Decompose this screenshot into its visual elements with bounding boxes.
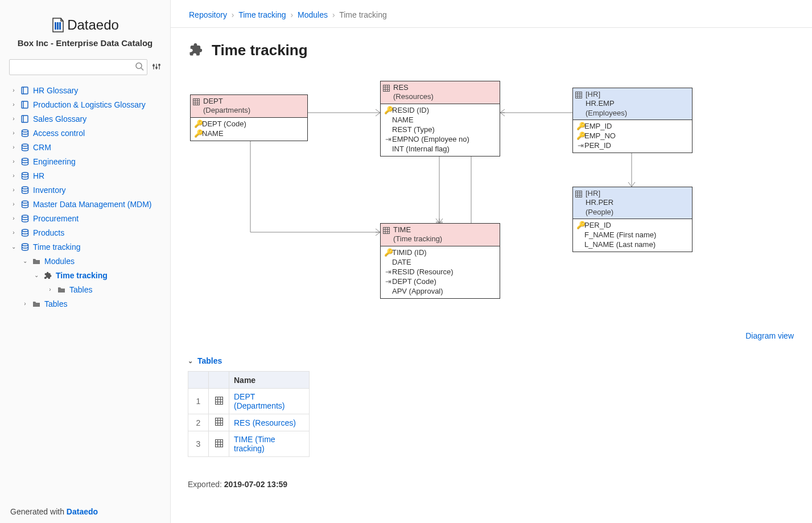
book-icon [20,100,30,109]
table-icon [209,431,229,457]
svg-rect-68 [215,439,222,447]
sidebar-item[interactable]: ›Access control [2,126,168,140]
sidebar-item[interactable]: ›Sales Glossary [2,112,168,126]
sidebar-item[interactable]: ›HR Glossary [2,83,168,97]
entity-column: 🔑NAME [194,129,304,138]
svg-point-19 [22,158,28,160]
brand-logo[interactable]: Dataedo [51,17,119,33]
svg-point-24 [22,229,28,232]
crumb-current: Time tracking [339,10,387,19]
tables-heading: Tables [197,356,222,365]
entity-hr-per[interactable]: [HR] HR.PER (People) 🔑PER_IDF_NAME (Firs… [572,187,693,252]
table-row[interactable]: 1DEPT (Departments) [188,389,310,414]
expand-icon[interactable]: › [22,300,28,307]
folder-icon [32,299,41,308]
page-title-row: Time tracking [188,42,795,59]
entity-res[interactable]: RES (Resources) 🔑RESID (ID)NAMEREST (Typ… [380,81,500,157]
sidebar-item[interactable]: ›Procurement [2,211,168,225]
table-icon [209,414,229,431]
sidebar-item-label: Procurement [33,214,79,223]
sidebar-item-modules[interactable]: ⌄Modules [2,254,168,268]
table-icon [193,98,200,105]
entity-column: ⇥RESID (Resource) [384,267,496,277]
sidebar-item-label: HR [33,171,44,180]
diagram-view-link[interactable]: Diagram view [745,331,794,340]
table-row[interactable]: 3TIME (Time tracking) [188,431,310,457]
entity-time[interactable]: TIME (Time tracking) 🔑TIMID (ID)DATE⇥RES… [380,223,500,299]
expand-icon[interactable]: › [10,116,17,122]
expand-icon[interactable]: › [10,144,17,150]
svg-rect-13 [22,101,28,108]
uk-key-icon: 🔑 [576,131,584,141]
svg-rect-58 [215,397,222,404]
expand-icon[interactable]: ⌄ [22,258,28,264]
expand-icon[interactable]: › [10,187,17,193]
sidebar: Dataedo Box Inc - Enterprise Data Catalo… [0,0,171,523]
svg-rect-1 [57,22,59,30]
entity-dept[interactable]: DEPT (Departments) 🔑DEPT (Code)🔑NAME [190,94,308,141]
tables-section-toggle[interactable]: ⌄ Tables [188,356,795,365]
sidebar-item[interactable]: ›Production & Logistics Glossary [2,97,168,112]
dataedo-logo-icon [51,17,64,33]
sidebar-item[interactable]: ›Engineering [2,154,168,168]
sidebar-item[interactable]: ⌄Time tracking [2,240,168,254]
sidebar-item[interactable]: ›Products [2,225,168,240]
search-icon[interactable] [135,62,144,73]
entity-column: 🔑EMP_NO [576,131,689,141]
expand-icon[interactable]: ⌄ [10,244,17,250]
svg-point-21 [22,187,28,189]
expand-icon[interactable]: › [10,229,17,236]
db-icon [20,157,30,166]
pk-key-icon: 🔑 [194,119,202,129]
expand-icon[interactable]: ⌄ [33,272,40,278]
crumb-modules[interactable]: Modules [298,10,328,19]
breadcrumb: Repository › Time tracking › Modules › T… [188,0,795,27]
crumb-time-tracking[interactable]: Time tracking [238,10,286,19]
sidebar-item-label: Products [33,228,64,237]
svg-rect-0 [55,22,56,30]
table-link[interactable]: DEPT (Departments) [234,392,285,410]
main: Repository › Time tracking › Modules › T… [171,0,812,523]
svg-point-18 [22,144,28,146]
table-icon [209,389,229,414]
sidebar-item[interactable]: ›CRM [2,140,168,154]
expand-icon[interactable]: › [10,130,17,136]
footer-brand-link[interactable]: Dataedo [67,507,98,516]
svg-rect-38 [384,85,390,92]
entity-column: ⇥PER_ID [576,141,689,150]
expand-icon[interactable]: › [10,201,17,207]
table-icon [383,227,390,234]
sidebar-item[interactable]: ›HR [2,168,168,183]
expand-icon[interactable]: › [10,87,17,93]
db-icon [20,129,30,138]
sidebar-item-label: Master Data Management (MDM) [33,200,152,209]
sidebar-item-tables[interactable]: ›Tables [2,296,168,311]
search-input[interactable] [9,59,147,75]
svg-line-4 [141,68,143,71]
sidebar-item[interactable]: ›Master Data Management (MDM) [2,197,168,211]
tables-list: Name 1DEPT (Departments)2RES (Resources)… [188,371,310,457]
db-icon [20,214,30,223]
crumb-repository[interactable]: Repository [189,10,227,19]
svg-point-25 [22,244,28,246]
sidebar-item-module-tables[interactable]: ›Tables [2,282,168,296]
sidebar-item-label: Production & Logistics Glossary [33,100,146,109]
filter-icon[interactable] [152,62,161,73]
entity-hr-emp[interactable]: [HR] HR.EMP (Employees) 🔑EMP_ID🔑EMP_NO⇥P… [572,88,693,153]
table-link[interactable]: RES (Resources) [234,418,296,427]
table-link[interactable]: TIME (Time tracking) [234,435,275,453]
expand-icon[interactable]: › [10,158,17,164]
expand-icon[interactable]: › [10,101,17,108]
expand-icon[interactable]: › [47,286,53,293]
sidebar-item-module-time-tracking[interactable]: ⌄Time tracking [2,268,168,282]
svg-rect-53 [576,191,582,197]
sidebar-item[interactable]: ›Inventory [2,183,168,197]
db-icon [20,242,30,252]
table-row[interactable]: 2RES (Resources) [188,414,310,431]
book-icon [20,114,30,123]
expand-icon[interactable]: › [10,172,17,179]
svg-rect-48 [576,92,582,98]
expand-icon[interactable]: › [10,215,17,221]
entity-column: ⇥EMPNO (Employee no) [384,134,496,144]
brand-subtitle: Box Inc - Enterprise Data Catalog [6,38,164,48]
